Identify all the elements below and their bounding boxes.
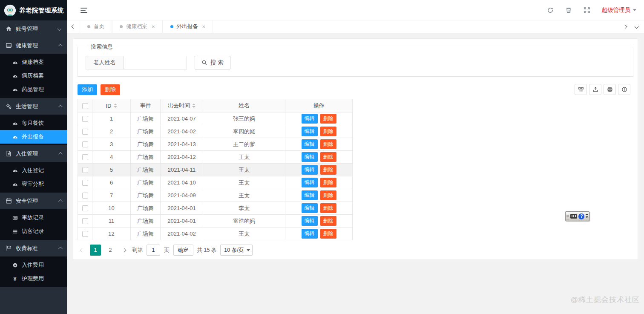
- tab-health-records[interactable]: 健康档案 ×: [112, 20, 163, 33]
- row-checkbox[interactable]: [82, 129, 88, 135]
- window-icon: [6, 42, 12, 49]
- sidebar-item-checkin-mgmt[interactable]: 入住管理: [0, 145, 67, 162]
- tab-bar: 首页 健康档案 × 外出报备 ×: [67, 20, 644, 33]
- export-button[interactable]: [589, 84, 601, 95]
- fullscreen-icon[interactable]: [584, 7, 590, 14]
- sidebar-item-outing-report[interactable]: 外出报备: [0, 130, 67, 144]
- sidebar-item-medical-records[interactable]: 病历档案: [0, 69, 67, 83]
- minimize-icon[interactable]: [586, 214, 588, 215]
- sidebar-nav: 账号管理 健康管理 健康档案 病历档案 药品管理: [0, 20, 67, 287]
- refresh-icon[interactable]: [547, 7, 554, 14]
- edit-button[interactable]: 编辑: [302, 203, 318, 213]
- ime-toolbar[interactable]: ?: [565, 211, 589, 221]
- columns-toggle-button[interactable]: [575, 84, 587, 95]
- row-delete-button[interactable]: 删除: [320, 229, 336, 239]
- help-icon[interactable]: ?: [578, 213, 584, 219]
- trash-icon[interactable]: [565, 7, 572, 14]
- sidebar-item-health-mgmt[interactable]: 健康管理: [0, 37, 67, 54]
- row-checkbox[interactable]: [82, 205, 88, 211]
- print-button[interactable]: [604, 84, 616, 95]
- watermark: @稀土掘金技术社区: [571, 295, 640, 305]
- caret-down-icon[interactable]: [586, 216, 588, 218]
- edit-button[interactable]: 编辑: [302, 229, 318, 239]
- page-size-select[interactable]: 10 条/页: [220, 245, 253, 256]
- gauge-icon: [12, 73, 18, 79]
- pager-prev-button[interactable]: [78, 245, 86, 256]
- sidebar-item-life-mgmt[interactable]: 生活管理: [0, 98, 67, 115]
- data-table: ID 事件 出去时间 姓名 操作 1 广场舞: [78, 99, 353, 240]
- edit-button[interactable]: 编辑: [302, 178, 318, 187]
- gears-icon: [6, 103, 12, 109]
- edit-button[interactable]: 编辑: [302, 139, 318, 149]
- select-all-checkbox[interactable]: [82, 103, 88, 109]
- tabs-scroll-right-button[interactable]: [618, 20, 631, 33]
- row-delete-button[interactable]: 删除: [320, 152, 336, 162]
- sidebar-item-room-assign[interactable]: 寝室分配: [0, 177, 67, 191]
- toolbar-buttons: 添加 删除: [78, 84, 120, 95]
- sidebar-item-checkin-register[interactable]: 入住登记: [0, 164, 67, 177]
- column-header-date[interactable]: 出去时间: [161, 99, 203, 112]
- chevron-right-icon: [122, 248, 126, 252]
- pager-page-1[interactable]: 1: [90, 245, 101, 256]
- tabs-scroll-left-button[interactable]: [67, 20, 80, 33]
- row-checkbox[interactable]: [82, 180, 88, 186]
- row-delete-button[interactable]: 删除: [320, 216, 336, 226]
- edit-button[interactable]: 编辑: [302, 152, 318, 162]
- row-delete-button[interactable]: 删除: [320, 165, 336, 175]
- row-checkbox[interactable]: [82, 154, 88, 160]
- user-menu[interactable]: 超级管理员: [602, 6, 637, 14]
- sidebar-item-health-records[interactable]: 健康档案: [0, 55, 67, 69]
- sidebar-item-monthly-meals[interactable]: 每月餐饮: [0, 116, 67, 130]
- row-delete-button[interactable]: 删除: [320, 178, 336, 187]
- delete-button[interactable]: 删除: [101, 84, 120, 95]
- pager-page-2[interactable]: 2: [105, 245, 116, 256]
- add-button[interactable]: 添加: [78, 84, 97, 95]
- sidebar-item-label: 账号管理: [16, 25, 38, 33]
- row-checkbox[interactable]: [82, 141, 88, 147]
- row-checkbox[interactable]: [82, 218, 88, 224]
- pager-goto-input[interactable]: [147, 245, 160, 256]
- row-checkbox[interactable]: [82, 116, 88, 122]
- tab-home[interactable]: 首页: [80, 20, 112, 33]
- edit-button[interactable]: 编辑: [302, 127, 318, 136]
- keyboard-icon[interactable]: [570, 214, 578, 219]
- elder-name-input[interactable]: [123, 56, 187, 69]
- pager-confirm-button[interactable]: 确定: [173, 245, 193, 256]
- sidebar-item-safety-mgmt[interactable]: 安全管理: [0, 193, 67, 209]
- sidebar-item-checkin-fees[interactable]: 入住费用: [0, 258, 67, 272]
- edit-button[interactable]: 编辑: [302, 165, 318, 175]
- tab-close-icon[interactable]: ×: [152, 24, 155, 29]
- drag-handle[interactable]: [566, 213, 569, 219]
- search-button[interactable]: 搜 索: [195, 56, 230, 69]
- sidebar-item-visitor-records[interactable]: 访客记录: [0, 225, 67, 238]
- export-icon: [592, 86, 598, 92]
- sidebar-item-label: 入住费用: [22, 261, 44, 269]
- sidebar-item-account-mgmt[interactable]: 账号管理: [0, 20, 67, 37]
- row-delete-button[interactable]: 删除: [320, 203, 336, 213]
- tab-close-icon[interactable]: ×: [202, 24, 206, 29]
- row-checkbox[interactable]: [82, 231, 88, 237]
- tab-dot-icon: [170, 25, 173, 28]
- info-button[interactable]: [618, 84, 630, 95]
- row-delete-button[interactable]: 删除: [320, 139, 336, 149]
- row-checkbox[interactable]: [82, 167, 88, 173]
- edit-button[interactable]: 编辑: [302, 114, 318, 124]
- header-actions: 超级管理员: [547, 6, 637, 14]
- row-delete-button[interactable]: 删除: [320, 127, 336, 136]
- edit-button[interactable]: 编辑: [302, 216, 318, 226]
- sidebar-item-accident-records[interactable]: 事故记录: [0, 211, 67, 225]
- menu-toggle-icon[interactable]: [80, 8, 87, 13]
- ime-controls: [586, 214, 588, 218]
- edit-button[interactable]: 编辑: [302, 190, 318, 200]
- tabs-dropdown-button[interactable]: [631, 20, 644, 33]
- pager-next-button[interactable]: [120, 245, 128, 256]
- sidebar-submenu-checkin: 入住登记 寝室分配: [0, 162, 67, 193]
- sidebar-item-nursing-fees[interactable]: ¥ 护理费用: [0, 272, 67, 285]
- sidebar-item-medicine-mgmt[interactable]: 药品管理: [0, 83, 67, 96]
- row-delete-button[interactable]: 删除: [320, 114, 336, 124]
- row-delete-button[interactable]: 删除: [320, 190, 336, 200]
- column-header-id[interactable]: ID: [92, 99, 131, 112]
- sidebar-item-fee-standards[interactable]: 收费标准: [0, 240, 67, 256]
- tab-outing-report[interactable]: 外出报备 ×: [163, 20, 213, 33]
- row-checkbox[interactable]: [82, 193, 88, 199]
